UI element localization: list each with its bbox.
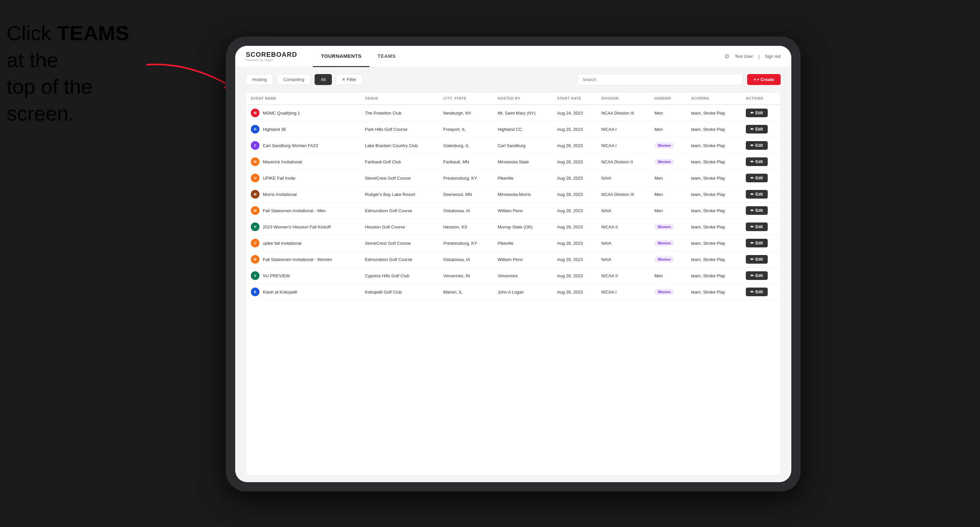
hosted-by-cell: William Penn — [493, 251, 552, 268]
gender-cell: Women — [650, 154, 686, 170]
city-cell: Marion, IL — [439, 284, 493, 300]
date-cell: Aug 28, 2023 — [552, 154, 597, 170]
team-logo: H — [251, 222, 259, 231]
all-button[interactable]: All — [315, 74, 332, 85]
gender-cell: Men — [650, 170, 686, 186]
table-row: K Klash at Kokopelli Kokopelli Golf Club… — [246, 284, 780, 300]
instruction-text: Click TEAMS at thetop of the screen. — [6, 20, 146, 127]
hosted-by-cell: John A Logan — [493, 284, 552, 300]
date-cell: Aug 25, 2023 — [552, 121, 597, 138]
actions-cell: ✏ Edit — [741, 251, 780, 268]
competing-button[interactable]: Competing — [277, 74, 310, 85]
edit-button[interactable]: ✏ Edit — [746, 271, 768, 280]
pencil-icon: ✏ — [751, 208, 754, 213]
city-cell: Deerwood, MN — [439, 186, 493, 203]
division-cell: NICAA I — [597, 138, 650, 154]
scoring-cell: team, Stroke Play — [686, 268, 741, 284]
table-header-row: EVENT NAME VENUE CITY, STATE HOSTED BY S… — [246, 92, 780, 105]
edit-button[interactable]: ✏ Edit — [746, 255, 768, 264]
edit-button[interactable]: ✏ Edit — [746, 125, 768, 133]
scoring-cell: team, Stroke Play — [686, 251, 741, 268]
team-logo: H — [251, 125, 259, 133]
event-name: Carl Sandburg Women FA23 — [263, 143, 318, 148]
venue-cell: Park Hills Golf Course — [360, 121, 439, 138]
division-cell: NCAA Division III — [597, 186, 650, 203]
event-name: 2023 Women's Hesston Fall Kickoff — [263, 224, 331, 229]
table-row: M Morris Invitational Ruttger's Bay Lake… — [246, 186, 780, 203]
signout-link[interactable]: Sign out — [765, 54, 781, 59]
date-cell: Aug 28, 2023 — [552, 219, 597, 235]
col-actions: ACTIONS — [741, 92, 780, 105]
event-name-cell: C Carl Sandburg Women FA23 — [246, 138, 360, 154]
venue-cell: Hesston Golf Course — [360, 219, 439, 235]
division-cell: NICAA II — [597, 219, 650, 235]
edit-button[interactable]: ✏ Edit — [746, 157, 768, 166]
division-cell: NAIA — [597, 170, 650, 186]
edit-button[interactable]: ✏ Edit — [746, 206, 768, 215]
city-cell: Galesburg, IL — [439, 138, 493, 154]
hosted-by-cell: William Penn — [493, 203, 552, 219]
actions-cell: ✏ Edit — [741, 121, 780, 138]
pencil-icon: ✏ — [751, 143, 754, 148]
venue-cell: The Powelton Club — [360, 105, 439, 121]
tablet-frame: SCOREBOARD Powered by clippit TOURNAMENT… — [226, 37, 800, 492]
hosted-by-cell: Mt. Saint Mary (NY) — [493, 105, 552, 121]
tab-tournaments[interactable]: TOURNAMENTS — [313, 46, 369, 67]
edit-button[interactable]: ✏ Edit — [746, 141, 768, 150]
gender-cell: Women — [650, 219, 686, 235]
gender-badge: Women — [654, 224, 675, 230]
scoring-cell: team, Stroke Play — [686, 154, 741, 170]
gender-cell: Men — [650, 268, 686, 284]
hosted-by-cell: Vincennes — [493, 268, 552, 284]
venue-cell: Faribault Golf Club — [360, 154, 439, 170]
actions-cell: ✏ Edit — [741, 154, 780, 170]
search-input[interactable] — [577, 74, 743, 85]
gender-cell: Women — [650, 284, 686, 300]
table-row: U UPIKE Fall Invite StoneCrest Golf Cour… — [246, 170, 780, 186]
plus-icon: + — [754, 77, 756, 82]
actions-cell: ✏ Edit — [741, 268, 780, 284]
gender-cell: Women — [650, 138, 686, 154]
venue-cell: Ruttger's Bay Lake Resort — [360, 186, 439, 203]
event-name: Fall Statesmen Invitational - Men — [263, 208, 326, 213]
hosting-button[interactable]: Hosting — [246, 74, 273, 85]
scoring-cell: team, Stroke Play — [686, 235, 741, 251]
team-logo: K — [251, 287, 259, 296]
scoring-cell: team, Stroke Play — [686, 170, 741, 186]
logo-sub: Powered by clippit — [246, 59, 297, 62]
edit-button[interactable]: ✏ Edit — [746, 109, 768, 117]
event-name-cell: H Highland 36 — [246, 121, 360, 138]
pencil-icon: ✏ — [751, 290, 754, 294]
date-cell: Aug 28, 2023 — [552, 235, 597, 251]
gender-cell: Men — [650, 203, 686, 219]
city-cell: Oskaloosa, IA — [439, 251, 493, 268]
gender-cell: Women — [650, 235, 686, 251]
edit-button[interactable]: ✏ Edit — [746, 239, 768, 248]
hosted-by-cell: Minnesota-Morris — [493, 186, 552, 203]
pencil-icon: ✏ — [751, 192, 754, 197]
hosted-by-cell: Murray State (OK) — [493, 219, 552, 235]
city-cell: Hesston, KS — [439, 219, 493, 235]
header-user: Test User — [735, 54, 753, 59]
event-name: Highland 36 — [263, 127, 286, 132]
event-name: Klash at Kokopelli — [263, 290, 297, 295]
venue-cell: Edmundson Golf Course — [360, 251, 439, 268]
team-logo: C — [251, 141, 259, 150]
edit-button[interactable]: ✏ Edit — [746, 174, 768, 182]
hosted-by-cell: Carl Sandburg — [493, 138, 552, 154]
edit-button[interactable]: ✏ Edit — [746, 190, 768, 198]
team-logo: W — [251, 206, 259, 215]
venue-cell: Kokopelli Golf Club — [360, 284, 439, 300]
division-cell: NAIA — [597, 251, 650, 268]
gear-icon[interactable]: ⚙ — [724, 53, 730, 60]
event-name-cell: W Fall Statesmen Invitational - Men — [246, 203, 360, 219]
hosted-by-cell: Minnesota State — [493, 154, 552, 170]
filter-button[interactable]: ≡ Filter — [336, 74, 363, 85]
app-header: SCOREBOARD Powered by clippit TOURNAMENT… — [235, 46, 791, 67]
tab-teams[interactable]: TEAMS — [369, 46, 404, 67]
pencil-icon: ✏ — [751, 273, 754, 278]
actions-cell: ✏ Edit — [741, 203, 780, 219]
create-button[interactable]: + + Create — [747, 74, 781, 85]
edit-button[interactable]: ✏ Edit — [746, 287, 768, 296]
edit-button[interactable]: ✏ Edit — [746, 222, 768, 231]
